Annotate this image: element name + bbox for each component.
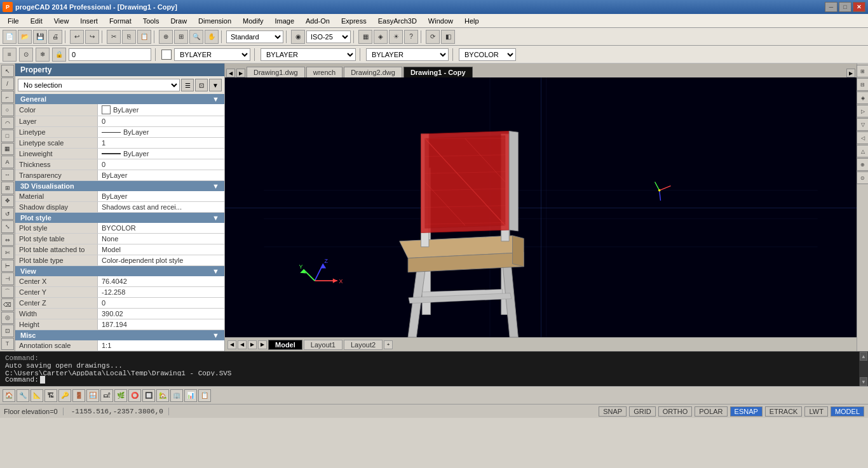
linetype-value[interactable]: ByLayer <box>98 127 224 137</box>
section-plot[interactable]: Plot style ▼ <box>15 213 224 223</box>
dimension-select[interactable]: ISO-25 <box>306 30 351 43</box>
menu-help[interactable]: Help <box>459 16 484 26</box>
cmd-scroll-down[interactable]: ▼ <box>860 377 867 386</box>
save-button[interactable]: 💾 <box>33 30 47 44</box>
center-y-value[interactable]: -12.258 <box>98 287 224 297</box>
tab-prev-btn[interactable]: ◀ <box>226 69 235 77</box>
render-btn[interactable]: ▦ <box>358 30 372 44</box>
menu-insert[interactable]: Insert <box>75 16 103 26</box>
extend-tool[interactable]: ⊢ <box>1 260 14 272</box>
ortho-btn[interactable]: ORTHO <box>658 406 693 417</box>
plot-style-value[interactable]: BYCOLOR <box>98 223 224 233</box>
selection-toggle-btn[interactable]: ☰ <box>181 79 194 91</box>
bt-15[interactable]: 📋 <box>198 389 211 402</box>
menu-express[interactable]: Express <box>336 16 372 26</box>
menu-edit[interactable]: Edit <box>25 16 48 26</box>
right-tool-5[interactable]: ▽ <box>857 118 869 131</box>
bottom-tab-layout1[interactable]: Layout1 <box>304 340 342 350</box>
polyline-tool[interactable]: ⌐ <box>1 91 14 103</box>
thickness-value[interactable]: 0 <box>98 159 224 170</box>
bt-1[interactable]: 🏠 <box>3 389 15 402</box>
tab-drawing1-copy[interactable]: Drawing1 - Copy <box>403 67 473 77</box>
right-tool-3[interactable]: ◈ <box>857 91 869 104</box>
bt-13[interactable]: 🏢 <box>170 389 183 402</box>
trim-tool[interactable]: ✄ <box>1 246 14 258</box>
hatch-tool[interactable]: ▦ <box>1 143 14 155</box>
layer-props-btn[interactable]: ≡ <box>3 48 17 62</box>
menu-easyarch3d[interactable]: EasyArch3D <box>373 16 422 26</box>
arc-tool[interactable]: ◠ <box>1 117 14 129</box>
color-btn[interactable] <box>161 50 172 60</box>
zoom-window-button[interactable]: ⊞ <box>174 30 188 44</box>
redo-button[interactable]: ↪ <box>85 30 99 44</box>
open-button[interactable]: 📂 <box>18 30 32 44</box>
layer-freeze-btn[interactable]: ❄ <box>36 48 50 62</box>
bylayer-weight-select[interactable]: BYLAYER <box>366 48 449 61</box>
view-btn[interactable]: ◉ <box>291 30 305 44</box>
material-value[interactable]: ByLayer <box>98 191 224 201</box>
move-tool[interactable]: ✥ <box>1 195 14 207</box>
copy-button[interactable]: ⎘ <box>122 30 136 44</box>
menu-dimension[interactable]: Dimension <box>193 16 236 26</box>
minimize-button[interactable]: ─ <box>825 2 837 12</box>
new-button[interactable]: 📄 <box>3 30 17 44</box>
quick-select-btn[interactable]: ⊡ <box>195 79 208 91</box>
right-tool-2[interactable]: ⊟ <box>857 78 869 91</box>
tab-next-btn[interactable]: ▶ <box>236 69 245 77</box>
offset-tool[interactable]: ⊣ <box>1 272 14 284</box>
bt-6[interactable]: 🚪 <box>72 389 85 402</box>
bt-8[interactable]: 🛋 <box>100 389 113 402</box>
bt-3[interactable]: 📐 <box>31 389 43 402</box>
bottom-tab-next[interactable]: ▶ <box>248 340 257 349</box>
height-value[interactable]: 187.194 <box>98 319 224 330</box>
section-3d-vis[interactable]: 3D Visualisation ▼ <box>15 181 224 191</box>
bt-5[interactable]: 🔑 <box>58 389 71 402</box>
bottom-tab-prev2[interactable]: ◀ <box>238 340 247 349</box>
zoom-in-button[interactable]: 🔍 <box>189 30 203 44</box>
bottom-tab-prev[interactable]: ◀ <box>227 340 236 349</box>
snap-tool[interactable]: ◎ <box>1 312 14 324</box>
canvas-area[interactable]: Y X Z <box>225 77 857 337</box>
undo-button[interactable]: ↩ <box>70 30 84 44</box>
lwt-btn[interactable]: LWT <box>804 406 827 417</box>
bottom-tab-add[interactable]: + <box>384 340 393 349</box>
print-button[interactable]: 🖨 <box>48 30 62 44</box>
material-btn[interactable]: ◈ <box>374 30 388 44</box>
line-tool[interactable]: / <box>1 77 14 90</box>
menu-format[interactable]: Format <box>104 16 137 26</box>
3d-view-btn[interactable]: ◧ <box>441 30 455 44</box>
color-value[interactable]: ByLayer <box>98 104 224 116</box>
bt-2[interactable]: 🔧 <box>17 389 29 402</box>
anno-scale-value[interactable]: 1:1 <box>98 340 224 351</box>
tab-drawing1[interactable]: Drawing1.dwg <box>247 67 305 77</box>
3d-orbit-btn[interactable]: ⟳ <box>426 30 440 44</box>
transparency-value[interactable]: ByLayer <box>98 170 224 180</box>
center-z-value[interactable]: 0 <box>98 298 224 308</box>
dimension-tool[interactable]: ↔ <box>1 169 14 181</box>
tab-drawing2[interactable]: Drawing2.dwg <box>344 67 402 77</box>
bt-14[interactable]: 📊 <box>184 389 197 402</box>
select-tool[interactable]: ↖ <box>1 65 14 77</box>
bottom-tab-model[interactable]: Model <box>268 340 302 350</box>
help-btn[interactable]: ? <box>404 30 418 44</box>
bycolor-select[interactable]: BYCOLOR <box>459 48 516 61</box>
grid-btn[interactable]: GRID <box>629 406 656 417</box>
restore-button[interactable]: □ <box>839 2 851 12</box>
polar-btn[interactable]: POLAR <box>695 406 727 417</box>
bt-9[interactable]: 🌿 <box>114 389 127 402</box>
menu-addon[interactable]: Add-On <box>301 16 335 26</box>
zoom-extent-button[interactable]: ⊕ <box>159 30 173 44</box>
bylayer-line-select[interactable]: BYLAYER <box>261 48 356 61</box>
right-tool-9[interactable]: ⊙ <box>857 171 869 184</box>
bt-10[interactable]: ⭕ <box>128 389 141 402</box>
layer-input[interactable] <box>69 48 151 61</box>
etrack-btn[interactable]: ETRACK <box>765 406 803 417</box>
right-tool-1[interactable]: ⊞ <box>857 65 869 77</box>
light-btn[interactable]: ☀ <box>389 30 403 44</box>
pan-button[interactable]: ✋ <box>205 30 219 44</box>
bottom-tab-layout2[interactable]: Layout2 <box>344 340 383 350</box>
model-btn[interactable]: MODEL <box>831 406 864 417</box>
bt-4[interactable]: 🏗 <box>44 389 57 402</box>
right-tool-6[interactable]: ◁ <box>857 131 869 144</box>
3d-box-tool[interactable]: ⊡ <box>1 324 14 337</box>
